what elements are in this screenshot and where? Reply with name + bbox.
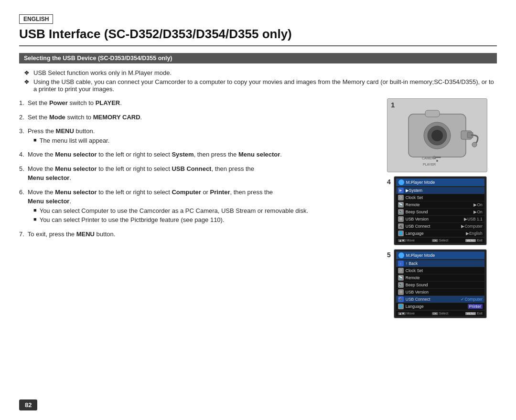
menu5-row-remote: 📡 Remote [396,274,484,281]
row5-icon-usbconn: 🔌 [398,296,404,302]
svg-point-3 [431,130,443,141]
bullet-symbol: ❖ [24,69,30,76]
step-6-cont: Menu selector. [19,198,71,205]
row-val-usbver: ▶USB 1.1 [464,217,483,221]
step-7-text: 7. To exit, press the MENU button. [19,231,115,238]
page-title: USB Interface (SC-D352/D353/D354/D355 on… [19,27,497,46]
camera-diagram: CAMERA PLAYER [387,98,487,172]
menu-row-usbver: ⚙ USB Version ▶USB 1.1 [396,216,484,222]
step-1: 1. Set the Power switch to PLAYER. [19,98,377,108]
svg-point-7 [472,142,477,147]
row-icon-usbconn: 🔌 [398,223,404,229]
bullet-text-1: USB Select function works only in M.Play… [33,69,172,76]
menu-diagram-4: M.Player Mode ▶ ▶System ⏱ Clock Set 📡 Re… [394,176,487,245]
page-container: ENGLISH USB Interface (SC-D352/D353/D354… [0,0,516,420]
menu-row-usbconn: 🔌 USB Connect ▶Computer [396,223,484,230]
step-6-text: 6. Move the Menu selector to the left or… [19,189,273,196]
step-5-text: 5. Move the Menu selector to the left or… [19,165,254,172]
footer-select-label: Select [439,239,448,242]
row5-icon-back: ↑ [398,261,404,266]
step-6-sub-text-2: You can select Printer to use the Pictbr… [40,215,225,225]
footer-select-5: OK Select [432,312,448,315]
menu-4-title-text: M.Player Mode [406,180,435,185]
diagrams-wrapper: 1 [387,98,497,322]
menu-row-lang: 🌐 Language ▶English [396,230,484,237]
menu-title-icon-5 [398,252,404,258]
menu5-row-clock: ⏱ Clock Set [396,267,484,274]
footer-exit-label: Exit [477,239,483,242]
step-3-sub: ■ The menu list will appear. [19,136,377,146]
menu-4-title: M.Player Mode [396,178,484,186]
sub-bullet-symbol-3: ■ [33,215,37,223]
row5-label-usbver: USB Version [406,290,483,294]
footer5-badge-select: OK [432,312,438,315]
row-icon-lang: 🌐 [398,231,404,236]
row5-icon-usbver: ⚙ [398,289,404,295]
menu-5-footer: ▲▼ Move OK Select MENU Exit [396,311,484,316]
menu-row-beep: 🔊 Beep Sound ▶On [396,209,484,215]
row5-icon-remote: 📡 [398,275,404,281]
row-label-beep: Beep Sound [406,210,474,214]
step-5-cont: Menu selector. [19,174,71,181]
step-7: 7. To exit, press the MENU button. [19,230,377,239]
row-val-remote: ▶On [473,202,482,207]
footer5-badge-exit: MENU [465,312,476,315]
bullet-section: ❖ USB Select function works only in M.Pl… [19,69,497,93]
step-6: 6. Move the Menu selector to the left or… [19,188,377,225]
menu5-row-beep: 🔊 Beep Sound [396,282,484,288]
row-icon-beep: 🔊 [398,209,404,215]
footer5-badge-move: ▲▼ [398,312,406,315]
diagram-4-entry: 4 M.Player Mode ▶ ▶System ⏱ Clock Set [387,176,497,245]
row-icon-clock: ⏱ [398,195,404,200]
step-6-sub-1: ■ You can select Computer to use the Cam… [19,206,377,216]
step-4: 4. Move the Menu selector to the left or… [19,150,377,159]
diagram-1-entry: 1 [387,98,497,172]
row5-label-beep: Beep Sound [406,283,483,287]
diagram-5-entry: 5 M.Player Mode ↑ ↑ Back ⏱ Clock Set [387,249,497,318]
row5-val-printer: Printer [468,304,483,309]
row5-icon-lang: 🌐 [398,304,404,309]
menu5-row-usbver: ⚙ USB Version [396,289,484,295]
steps-container: 1. Set the Power switch to PLAYER. 2. Se… [19,98,377,322]
step-4-text: 4. Move the Menu selector to the left or… [19,151,282,158]
sub-bullet-symbol-2: ■ [33,206,37,214]
menu-row-clockset: ⏱ Clock Set [396,194,484,201]
step-6-sub-2: ■ You can select Printer to use the Pict… [19,215,377,225]
menu-title-icon-4 [398,179,404,185]
menu-5-title: M.Player Mode [396,252,484,259]
row-val-usbconn: ▶Computer [461,224,482,229]
footer-exit-4: MENU Exit [465,239,482,242]
footer-exit-5: MENU Exit [465,312,482,315]
step-1-number: 1. Set the Power switch to PLAYER. [19,99,122,106]
svg-rect-4 [425,110,440,117]
bullet-item-1: ❖ USB Select function works only in M.Pl… [19,69,497,76]
footer-select-4: OK Select [432,239,448,242]
step-2: 2. Set the Mode switch to MEMORY CARD. [19,113,377,122]
footer-badge-select: OK [432,239,438,242]
menu-4-footer: ▲▼ Move OK Select MENU Exit [396,238,484,243]
step-3: 3. Press the MENU button. ■ The menu lis… [19,126,377,145]
row-val-beep: ▶On [473,210,482,214]
diagram-5-number: 5 [387,249,391,259]
footer-badge-move: ▲▼ [398,239,406,242]
bullet-item-2: ❖ Using the USB cable, you can connect y… [19,78,497,93]
step-5: 5. Move the Menu selector to the left or… [19,164,377,183]
row5-val-computer: ✓Computer [461,297,482,302]
menu5-row-back: ↑ ↑ Back [396,260,484,267]
step-3-text: 3. Press the MENU button. [19,127,95,135]
row5-icon-beep: 🔊 [398,282,404,288]
row-label-usbver: USB Version [406,217,464,221]
row-val-lang: ▶English [466,231,483,236]
row5-label-usbconn: USB Connect [406,297,461,302]
content-row: 1. Set the Power switch to PLAYER. 2. Se… [19,98,497,322]
footer-move-label: Move [407,239,415,242]
language-badge: ENGLISH [19,14,53,24]
menu-row-system: ▶ ▶System [396,187,484,194]
bullet-symbol-2: ❖ [24,78,30,85]
footer5-exit-label: Exit [477,312,483,315]
row-label-usbconn: USB Connect [406,224,462,229]
menu5-row-usbconn-group: 🔌 USB Connect ✓Computer [396,296,484,303]
step-3-sub-text: The menu list will appear. [40,136,110,146]
row5-label-lang: Language [406,304,468,309]
svg-point-9 [436,160,438,162]
